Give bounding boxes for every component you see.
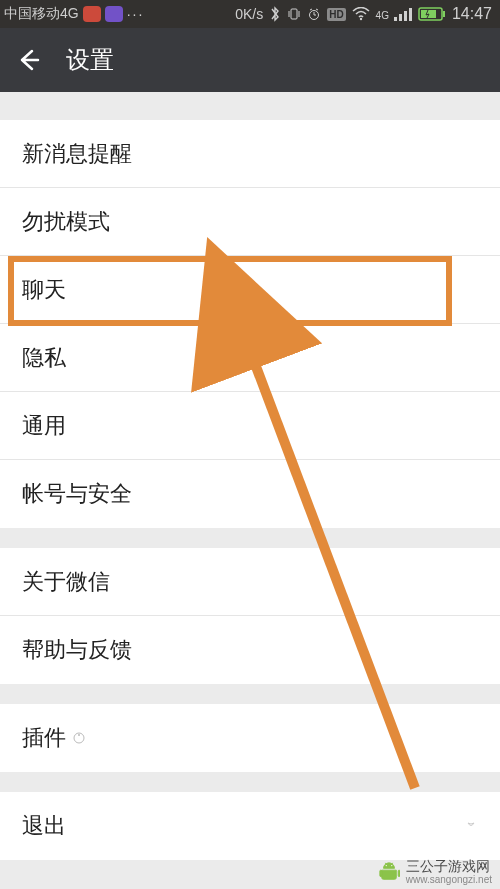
chevron-right-icon xyxy=(464,816,478,836)
row-label: 关于微信 xyxy=(22,567,110,597)
back-arrow-icon xyxy=(14,47,40,73)
notify-icon-1 xyxy=(83,6,101,22)
row-logout[interactable]: 退出 xyxy=(0,792,500,860)
svg-rect-6 xyxy=(409,8,412,21)
notify-icon-2 xyxy=(105,6,123,22)
net-label: 4G xyxy=(376,11,389,21)
data-signal: 4G xyxy=(376,7,412,21)
android-icon xyxy=(378,861,400,883)
row-new-message[interactable]: 新消息提醒 xyxy=(0,120,500,188)
section-gap xyxy=(0,772,500,792)
clock: 14:47 xyxy=(452,5,492,23)
row-general[interactable]: 通用 xyxy=(0,392,500,460)
settings-group-4: 退出 xyxy=(0,792,500,860)
alarm-icon xyxy=(307,7,321,21)
svg-point-2 xyxy=(359,18,361,20)
watermark-title: 三公子游戏网 xyxy=(406,858,490,874)
row-label: 新消息提醒 xyxy=(22,139,132,169)
row-label: 退出 xyxy=(22,811,66,841)
section-gap xyxy=(0,92,500,120)
battery-icon xyxy=(418,7,446,21)
row-label: 通用 xyxy=(22,411,66,441)
title-bar: 设置 xyxy=(0,28,500,92)
row-chat[interactable]: 聊天 xyxy=(0,256,500,324)
settings-group-1: 新消息提醒 勿扰模式 聊天 隐私 通用 帐号与安全 xyxy=(0,120,500,528)
svg-rect-5 xyxy=(404,11,407,21)
status-left: 中国移动4G ··· xyxy=(4,5,144,23)
signal-icon xyxy=(394,7,412,21)
hd-icon: HD xyxy=(327,8,345,21)
back-button[interactable] xyxy=(14,47,40,73)
section-gap xyxy=(0,528,500,548)
row-label: 勿扰模式 xyxy=(22,207,110,237)
row-label: 聊天 xyxy=(22,275,66,305)
row-label: 帮助与反馈 xyxy=(22,635,132,665)
row-help[interactable]: 帮助与反馈 xyxy=(0,616,500,684)
carrier-label: 中国移动4G xyxy=(4,5,79,23)
row-label: 隐私 xyxy=(22,343,66,373)
plugin-indicator-icon xyxy=(72,731,86,745)
bluetooth-icon xyxy=(269,6,281,22)
svg-point-13 xyxy=(385,865,386,866)
more-notifications-icon: ··· xyxy=(127,6,145,22)
settings-group-2: 关于微信 帮助与反馈 xyxy=(0,548,500,684)
row-privacy[interactable]: 隐私 xyxy=(0,324,500,392)
vibrate-icon xyxy=(287,7,301,21)
watermark: 三公子游戏网 www.sangongzi.net xyxy=(378,859,492,885)
row-about[interactable]: 关于微信 xyxy=(0,548,500,616)
svg-point-14 xyxy=(391,865,392,866)
svg-rect-8 xyxy=(443,11,445,17)
section-gap xyxy=(0,684,500,704)
watermark-url: www.sangongzi.net xyxy=(406,874,492,885)
status-bar: 中国移动4G ··· 0K/s HD 4G 14:47 xyxy=(0,0,500,28)
wifi-icon xyxy=(352,7,370,21)
svg-rect-3 xyxy=(394,17,397,21)
row-label: 帐号与安全 xyxy=(22,479,132,509)
row-account-security[interactable]: 帐号与安全 xyxy=(0,460,500,528)
status-right: 0K/s HD 4G 14:47 xyxy=(235,5,492,23)
page-title: 设置 xyxy=(66,44,114,76)
row-label: 插件 xyxy=(22,723,66,753)
svg-rect-4 xyxy=(399,14,402,21)
row-plugins[interactable]: 插件 xyxy=(0,704,500,772)
svg-rect-0 xyxy=(291,9,297,19)
network-speed: 0K/s xyxy=(235,6,263,22)
svg-point-11 xyxy=(78,734,80,736)
row-dnd[interactable]: 勿扰模式 xyxy=(0,188,500,256)
settings-group-3: 插件 xyxy=(0,704,500,772)
